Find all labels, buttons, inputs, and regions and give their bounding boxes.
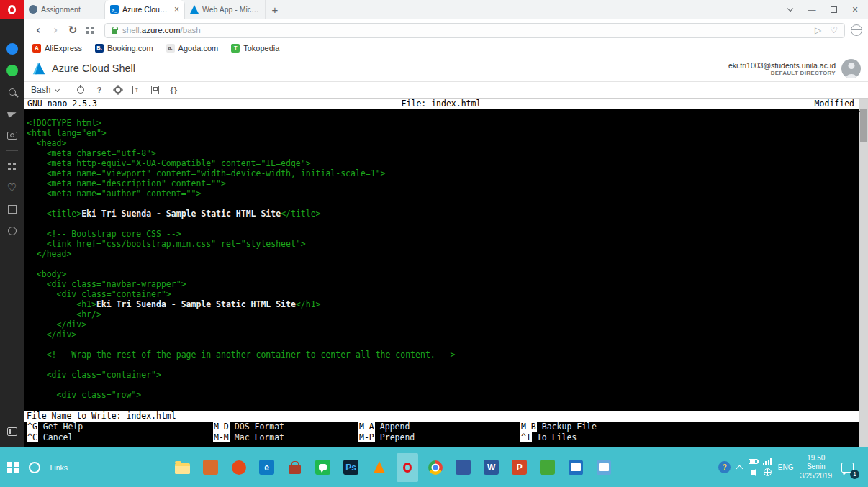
back-button[interactable]: ‹ — [30, 22, 47, 39]
shell-selector-dropdown[interactable]: Bash — [31, 85, 59, 95]
browser-tab-azure[interactable]: Web App - Microsoft Azur — [185, 0, 266, 19]
bookmarks-heart-icon[interactable]: ♡ — [0, 177, 24, 199]
code-line: <!-- Wrap the rest of the page in anothe… — [27, 350, 868, 360]
code-line: <h1>Eki Tri Suenda - Sample Static HTML … — [27, 299, 868, 309]
browser-tab-azure-shell[interactable]: Azure Cloud Shell× — [104, 0, 185, 19]
account-info: eki.tri1003@students.unila.ac.id DEFAULT… — [728, 61, 836, 76]
taskbar-app-blue-icon[interactable] — [453, 453, 474, 482]
taskbar-line-messenger-icon[interactable] — [312, 453, 334, 482]
taskbar-chrome-icon[interactable] — [425, 453, 446, 482]
personal-news-icon[interactable] — [0, 199, 24, 220]
start-button[interactable] — [7, 462, 19, 473]
taskbar-word-icon[interactable]: W — [481, 453, 502, 482]
upload-download-icon[interactable]: ↑ — [132, 86, 141, 94]
cortana-icon[interactable] — [29, 462, 40, 473]
code-line — [27, 199, 868, 209]
taskbar-powerpoint-icon[interactable]: P — [509, 453, 530, 482]
terminal-scrollbar[interactable] — [859, 99, 868, 447]
bookmark-heart-icon[interactable]: ♡ — [830, 25, 838, 35]
speed-dial-button[interactable] — [81, 22, 99, 39]
new-session-icon[interactable] — [150, 86, 160, 94]
speed-dial-icon[interactable] — [0, 155, 24, 177]
nano-filename-prompt[interactable]: File Name to Write: index.html — [24, 411, 859, 422]
bookmark-item[interactable]: B.Booking.com — [95, 44, 153, 53]
tray-help-icon[interactable]: ? — [718, 461, 731, 473]
taskbar-vlc-icon[interactable] — [369, 453, 390, 482]
bookmark-label: Booking.com — [107, 44, 153, 53]
reload-button[interactable]: ↻ — [64, 22, 81, 39]
whatsapp-icon[interactable] — [0, 60, 24, 81]
browser-navbar: ‹ › ↻ shell.azure.com/bash ▷ ♡ — [24, 19, 868, 41]
address-bar[interactable]: shell.azure.com/bash ▷ ♡ — [104, 23, 845, 38]
open-editor-icon[interactable]: {} — [169, 86, 178, 94]
scrollbar-thumb[interactable] — [860, 109, 867, 142]
account-directory: DEFAULT DIRECTORY — [771, 70, 836, 76]
azure-shell-favicon — [110, 5, 119, 14]
taskbar-app-red-circle-icon[interactable] — [228, 453, 250, 482]
tray-time: 19.50 — [800, 454, 833, 463]
nano-code[interactable]: <!DOCTYPE html><html lang="en"> <head> <… — [24, 109, 868, 411]
taskbar-app-green-icon[interactable] — [537, 453, 559, 482]
bookmark-item[interactable]: AAliExpress — [32, 44, 82, 53]
language-indicator[interactable]: ENG — [778, 463, 794, 471]
code-line: <meta name="description" content=""> — [27, 178, 868, 188]
help-icon[interactable]: ? — [94, 86, 104, 94]
minimize-button[interactable]: — — [802, 0, 822, 19]
send-to-flow-icon[interactable]: ▷ — [815, 25, 821, 35]
network-signal-icon[interactable] — [763, 458, 772, 465]
power-icon[interactable] — [76, 86, 85, 94]
taskbar-photoshop-icon[interactable]: Ps — [340, 453, 362, 482]
globe-icon[interactable] — [851, 24, 862, 36]
links-toolbar-label[interactable]: Links — [50, 463, 68, 472]
network-globe-icon[interactable] — [764, 468, 772, 476]
url-text: shell.azure.com/bash — [122, 26, 201, 35]
tab-close-icon[interactable]: × — [174, 4, 179, 14]
taskbar-pictures-icon[interactable] — [593, 453, 615, 482]
opera-menu-button[interactable] — [0, 0, 24, 19]
action-center-button[interactable]: 1 — [841, 463, 854, 473]
maximize-button[interactable] — [823, 0, 844, 19]
messenger-icon[interactable] — [0, 38, 24, 60]
shortcut-label: Backup File — [542, 422, 597, 432]
browser-tab-assignment[interactable]: Assignment — [24, 0, 104, 19]
close-button[interactable]: × — [845, 0, 865, 19]
tab-search-icon[interactable] — [780, 0, 800, 19]
shortcut-key: ^G — [27, 422, 38, 432]
account-avatar[interactable] — [841, 59, 861, 78]
instagram-camera-icon[interactable] — [0, 124, 24, 146]
tab-strip-spacer — [284, 0, 780, 19]
bookmark-label: AliExpress — [45, 44, 82, 53]
volume-icon[interactable] — [751, 470, 754, 475]
taskbar-opera-icon[interactable] — [397, 453, 418, 482]
search-icon[interactable] — [0, 81, 24, 103]
tray-status-icons — [749, 458, 772, 476]
new-tab-button[interactable]: + — [266, 0, 284, 19]
battery-icon[interactable] — [749, 459, 758, 464]
forward-button[interactable]: › — [47, 22, 64, 39]
nano-shortcut: ^TTo Files — [520, 432, 859, 443]
taskbar-edge-icon[interactable]: e — [256, 453, 278, 482]
code-line: <hr/> — [27, 309, 868, 319]
code-line: <div class="container"> — [27, 370, 868, 380]
taskbar-photos-icon[interactable] — [565, 453, 587, 482]
bookmark-item[interactable]: TTokopedia — [231, 44, 279, 53]
azure-logo-icon — [31, 60, 47, 76]
sidebar-icons: ♡ — [0, 38, 24, 242]
hidden-icons-chevron-icon[interactable] — [736, 465, 743, 472]
bookmarks-bar: AAliExpressB.Booking.coma.Agoda.comTToko… — [24, 41, 868, 55]
lock-icon[interactable] — [112, 29, 117, 34]
sidebar-divider — [6, 150, 18, 151]
bookmark-favicon: B. — [95, 44, 104, 53]
sidebar-setup-button[interactable] — [7, 427, 17, 436]
taskbar-clock[interactable]: 19.50 Senin 3/25/2019 — [800, 454, 833, 481]
taskbar-app-orange-icon[interactable] — [200, 453, 222, 482]
history-clock-icon[interactable] — [0, 220, 24, 242]
terminal[interactable]: File: index.html GNU nano 2.5.3 Modified… — [24, 99, 868, 447]
nano-version: GNU nano 2.5.3 — [27, 99, 97, 109]
bookmark-item[interactable]: a.Agoda.com — [166, 44, 219, 53]
shell-selector-value: Bash — [31, 85, 50, 95]
my-flow-icon[interactable] — [0, 103, 24, 124]
taskbar-file-explorer-icon[interactable] — [172, 453, 194, 482]
settings-gear-icon[interactable] — [113, 86, 122, 94]
taskbar-store-icon[interactable] — [284, 453, 306, 482]
